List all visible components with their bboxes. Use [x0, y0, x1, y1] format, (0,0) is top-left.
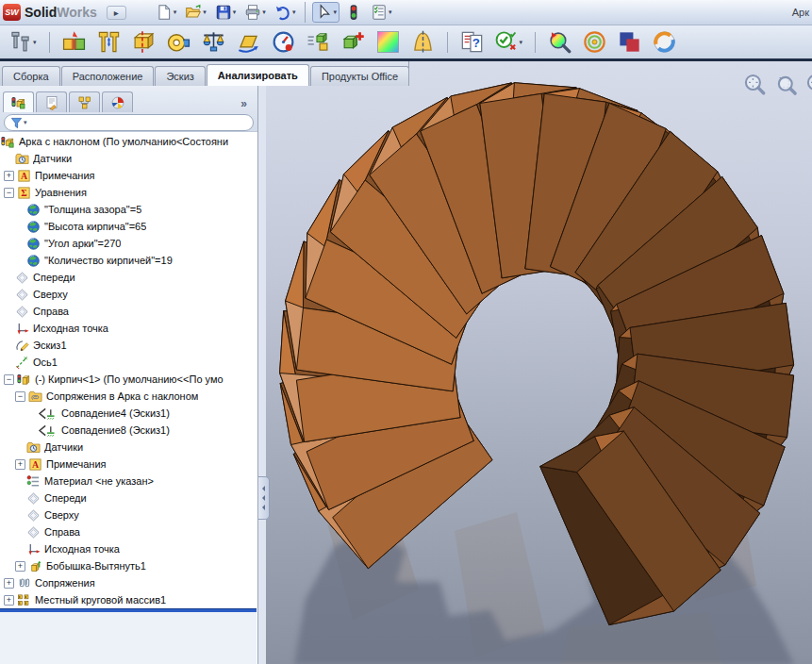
tree-item[interactable]: Материал <не указан> — [0, 473, 257, 490]
tree-item[interactable]: "Угол арки"=270 — [0, 235, 257, 252]
dropdown-arrow-icon[interactable]: ▾ — [174, 8, 177, 16]
model-canvas[interactable] — [266, 61, 812, 664]
tree-item[interactable]: Исходная точка — [0, 320, 257, 337]
appearance-gradient-button[interactable] — [373, 28, 403, 56]
graphics-viewport[interactable] — [266, 61, 812, 664]
measure-button[interactable] — [164, 28, 193, 56]
dropdown-arrow-icon[interactable]: ▾ — [33, 39, 37, 46]
select-cursor-icon — [315, 4, 332, 21]
traffic-light-button[interactable] — [342, 2, 365, 23]
tree-item[interactable]: Справа — [0, 303, 257, 320]
hole-alignment-button[interactable] — [129, 28, 158, 56]
floxpress-button[interactable] — [545, 28, 574, 56]
filter-dropdown-arrow-icon[interactable]: ▾ — [24, 119, 27, 126]
smart-fasteners-button[interactable]: ▾ — [6, 28, 40, 56]
tree-item[interactable]: −Сопряжения в Арка с наклоном — [0, 388, 257, 405]
check-active-document-button[interactable]: ▾ — [492, 28, 526, 56]
collapse-arrow-icon — [259, 495, 265, 501]
performance-evaluation-button[interactable] — [269, 28, 298, 56]
print-icon — [244, 4, 261, 21]
ribbon-tab-Расположение[interactable]: Расположение — [61, 66, 155, 86]
new-file-button[interactable]: ▾ — [153, 2, 180, 23]
simulationxpress-button[interactable] — [339, 28, 368, 56]
tree-item[interactable]: +Примечания — [0, 167, 257, 184]
dropdown-arrow-icon[interactable]: ▾ — [262, 8, 266, 16]
ribbon-tab-Анализировать[interactable]: Анализировать — [207, 64, 309, 86]
interference-detection-button[interactable] — [59, 28, 89, 56]
tree-item[interactable]: "Количество кирпичей"=19 — [0, 252, 257, 269]
tree-expander-plus[interactable]: + — [4, 595, 14, 606]
simulationxpress-icon — [341, 30, 365, 54]
compare-documents-button[interactable] — [457, 28, 487, 56]
compare-squares-button[interactable] — [615, 28, 644, 56]
ribbon-tab-Сборка[interactable]: Сборка — [2, 66, 60, 86]
panel-tab-featuremanager-tab[interactable] — [3, 91, 34, 112]
tree-expander-plus[interactable]: + — [15, 459, 25, 470]
dropdown-arrow-icon[interactable]: ▾ — [203, 8, 207, 16]
panel-tab-configurationmanager-tab[interactable] — [69, 91, 100, 112]
dropdown-arrow-icon[interactable]: ▾ — [292, 8, 296, 16]
magnifier-orbit-icon[interactable] — [743, 73, 767, 96]
panel-tab-displaymanager-tab[interactable] — [102, 91, 133, 112]
design-binder-button[interactable]: ▾ — [368, 2, 395, 23]
dropdown-arrow-icon[interactable]: ▾ — [389, 8, 392, 16]
tree-item[interactable]: +Бобышка-Вытянуть1 — [0, 557, 257, 574]
tree-item[interactable]: Датчики — [0, 439, 257, 456]
clearance-verification-button[interactable] — [94, 28, 124, 56]
curvature-bell-button[interactable] — [408, 28, 438, 56]
view-360-button[interactable] — [650, 28, 679, 56]
tree-expander-minus[interactable]: − — [15, 391, 25, 402]
panel-tab-propertymanager-tab[interactable] — [36, 91, 67, 112]
tree-item[interactable]: +Примечания — [0, 456, 257, 473]
app-brand: SolidWorks — [25, 5, 97, 20]
tree-item[interactable]: "Высота кирпича"=65 — [0, 218, 257, 235]
tree-expander-minus[interactable]: − — [4, 188, 14, 198]
tree-item-label: Примечания — [35, 170, 95, 181]
dfmxpress-button[interactable] — [580, 28, 609, 56]
panel-overflow-chevron[interactable]: » — [233, 97, 255, 112]
tree-expander-plus[interactable]: + — [4, 578, 14, 589]
tree-expander-minus[interactable]: − — [4, 374, 14, 385]
dropdown-arrow-icon[interactable]: ▾ — [333, 8, 337, 16]
print-button[interactable]: ▾ — [241, 2, 269, 23]
measure-icon — [167, 30, 191, 54]
dropdown-arrow-icon[interactable]: ▾ — [520, 39, 523, 46]
tree-expander-plus[interactable]: + — [4, 171, 14, 181]
magnifier-orbit-icon[interactable] — [805, 73, 812, 96]
assembly-visualization-button[interactable] — [304, 28, 333, 56]
brick-arch-model[interactable] — [280, 83, 794, 625]
tree-item[interactable]: Сверху — [0, 506, 257, 523]
tree-item[interactable]: Исходная точка — [0, 540, 257, 557]
select-cursor-button[interactable]: ▾ — [312, 2, 340, 23]
dropdown-arrow-icon[interactable]: ▾ — [233, 8, 237, 16]
tree-item[interactable]: Спереди — [0, 269, 257, 286]
tree-item[interactable]: Эскиз1 — [0, 337, 257, 354]
ribbon-tab-Продукты Office[interactable]: Продукты Office — [310, 66, 409, 86]
tree-item[interactable]: Сверху — [0, 286, 257, 303]
tree-item[interactable]: Датчики — [0, 150, 257, 167]
toolbar-separator — [305, 2, 306, 23]
tree-item[interactable]: "Толщина зазора"=5 — [0, 201, 257, 218]
save-button[interactable]: ▾ — [212, 2, 240, 23]
tree-filter-bar[interactable]: ▾ — [4, 114, 254, 131]
tree-item[interactable]: Совпадение4 (Эскиз1) — [0, 405, 257, 422]
ribbon-tab-Эскиз[interactable]: Эскиз — [155, 66, 205, 86]
tree-item[interactable]: Справа — [0, 523, 257, 540]
menu-expand-button[interactable]: ▸ — [107, 6, 126, 20]
tree-item[interactable]: +Местный круговой массив1 — [0, 591, 257, 608]
tree-item[interactable]: Спереди — [0, 490, 257, 506]
open-file-button[interactable]: ▾ — [182, 2, 209, 23]
undo-button[interactable]: ▾ — [272, 2, 299, 23]
tree-item[interactable]: Арка с наклоном (По умолчанию<Состояни — [0, 133, 257, 150]
tree-item[interactable]: +Сопряжения — [0, 574, 257, 591]
magnifier-area-icon[interactable] — [774, 73, 798, 96]
displaymanager-tab-icon — [110, 95, 125, 110]
tree-expander-plus[interactable]: + — [15, 561, 25, 572]
tree-item[interactable]: Ось1 — [0, 354, 257, 371]
tree-item[interactable]: −(-) Кирпич<1> (По умолчанию<<По умо — [0, 371, 257, 388]
panel-collapse-handle[interactable] — [258, 476, 270, 520]
tree-item[interactable]: −Уравнения — [0, 184, 257, 201]
tree-item[interactable]: Совпадение8 (Эскиз1) — [0, 422, 257, 439]
section-properties-button[interactable] — [234, 28, 263, 56]
mass-properties-button[interactable] — [199, 28, 228, 56]
